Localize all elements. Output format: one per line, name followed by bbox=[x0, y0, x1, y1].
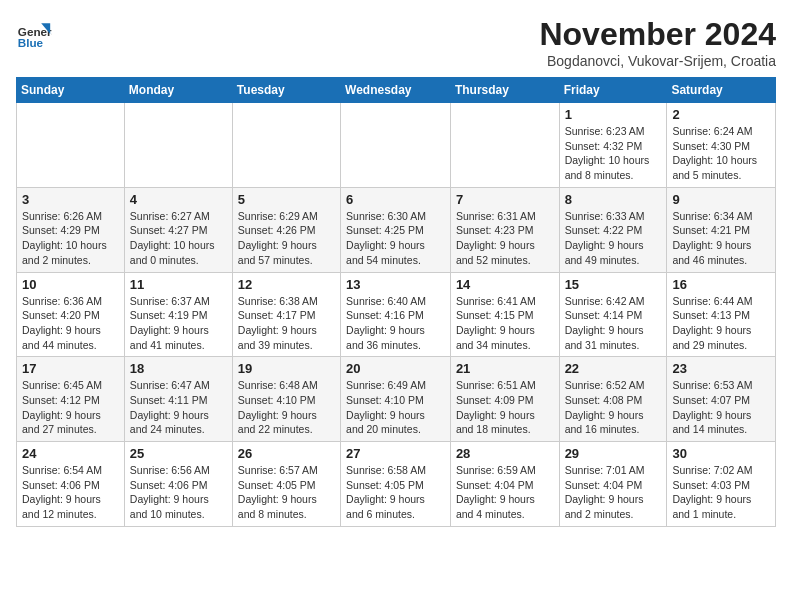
day-info: Sunrise: 6:48 AM Sunset: 4:10 PM Dayligh… bbox=[238, 378, 335, 437]
calendar-cell: 12Sunrise: 6:38 AM Sunset: 4:17 PM Dayli… bbox=[232, 272, 340, 357]
calendar-table: SundayMondayTuesdayWednesdayThursdayFrid… bbox=[16, 77, 776, 527]
calendar-cell bbox=[450, 103, 559, 188]
calendar-week-row: 10Sunrise: 6:36 AM Sunset: 4:20 PM Dayli… bbox=[17, 272, 776, 357]
logo-icon: General Blue bbox=[16, 16, 52, 52]
calendar-cell: 29Sunrise: 7:01 AM Sunset: 4:04 PM Dayli… bbox=[559, 442, 667, 527]
day-number: 30 bbox=[672, 446, 770, 461]
day-number: 16 bbox=[672, 277, 770, 292]
day-number: 14 bbox=[456, 277, 554, 292]
calendar-cell: 1Sunrise: 6:23 AM Sunset: 4:32 PM Daylig… bbox=[559, 103, 667, 188]
calendar-cell: 9Sunrise: 6:34 AM Sunset: 4:21 PM Daylig… bbox=[667, 187, 776, 272]
calendar-cell: 2Sunrise: 6:24 AM Sunset: 4:30 PM Daylig… bbox=[667, 103, 776, 188]
calendar-cell: 13Sunrise: 6:40 AM Sunset: 4:16 PM Dayli… bbox=[341, 272, 451, 357]
calendar-cell: 8Sunrise: 6:33 AM Sunset: 4:22 PM Daylig… bbox=[559, 187, 667, 272]
day-number: 29 bbox=[565, 446, 662, 461]
day-info: Sunrise: 6:59 AM Sunset: 4:04 PM Dayligh… bbox=[456, 463, 554, 522]
weekday-header-friday: Friday bbox=[559, 78, 667, 103]
calendar-cell: 18Sunrise: 6:47 AM Sunset: 4:11 PM Dayli… bbox=[124, 357, 232, 442]
day-info: Sunrise: 6:36 AM Sunset: 4:20 PM Dayligh… bbox=[22, 294, 119, 353]
calendar-cell bbox=[17, 103, 125, 188]
calendar-cell: 16Sunrise: 6:44 AM Sunset: 4:13 PM Dayli… bbox=[667, 272, 776, 357]
calendar-cell: 27Sunrise: 6:58 AM Sunset: 4:05 PM Dayli… bbox=[341, 442, 451, 527]
calendar-cell: 14Sunrise: 6:41 AM Sunset: 4:15 PM Dayli… bbox=[450, 272, 559, 357]
page-header: General Blue November 2024 Bogdanovci, V… bbox=[16, 16, 776, 69]
day-number: 26 bbox=[238, 446, 335, 461]
calendar-cell: 5Sunrise: 6:29 AM Sunset: 4:26 PM Daylig… bbox=[232, 187, 340, 272]
day-info: Sunrise: 6:56 AM Sunset: 4:06 PM Dayligh… bbox=[130, 463, 227, 522]
calendar-cell: 25Sunrise: 6:56 AM Sunset: 4:06 PM Dayli… bbox=[124, 442, 232, 527]
day-info: Sunrise: 6:37 AM Sunset: 4:19 PM Dayligh… bbox=[130, 294, 227, 353]
day-info: Sunrise: 6:52 AM Sunset: 4:08 PM Dayligh… bbox=[565, 378, 662, 437]
location: Bogdanovci, Vukovar-Srijem, Croatia bbox=[539, 53, 776, 69]
day-info: Sunrise: 6:40 AM Sunset: 4:16 PM Dayligh… bbox=[346, 294, 445, 353]
day-number: 28 bbox=[456, 446, 554, 461]
day-info: Sunrise: 6:23 AM Sunset: 4:32 PM Dayligh… bbox=[565, 124, 662, 183]
calendar-cell: 15Sunrise: 6:42 AM Sunset: 4:14 PM Dayli… bbox=[559, 272, 667, 357]
calendar-cell: 21Sunrise: 6:51 AM Sunset: 4:09 PM Dayli… bbox=[450, 357, 559, 442]
calendar-cell: 10Sunrise: 6:36 AM Sunset: 4:20 PM Dayli… bbox=[17, 272, 125, 357]
calendar-cell: 19Sunrise: 6:48 AM Sunset: 4:10 PM Dayli… bbox=[232, 357, 340, 442]
day-info: Sunrise: 6:53 AM Sunset: 4:07 PM Dayligh… bbox=[672, 378, 770, 437]
calendar-cell: 11Sunrise: 6:37 AM Sunset: 4:19 PM Dayli… bbox=[124, 272, 232, 357]
day-number: 7 bbox=[456, 192, 554, 207]
calendar-cell: 17Sunrise: 6:45 AM Sunset: 4:12 PM Dayli… bbox=[17, 357, 125, 442]
day-number: 10 bbox=[22, 277, 119, 292]
day-number: 23 bbox=[672, 361, 770, 376]
day-info: Sunrise: 6:29 AM Sunset: 4:26 PM Dayligh… bbox=[238, 209, 335, 268]
calendar-week-row: 1Sunrise: 6:23 AM Sunset: 4:32 PM Daylig… bbox=[17, 103, 776, 188]
calendar-body: 1Sunrise: 6:23 AM Sunset: 4:32 PM Daylig… bbox=[17, 103, 776, 527]
calendar-cell bbox=[341, 103, 451, 188]
weekday-header-tuesday: Tuesday bbox=[232, 78, 340, 103]
day-info: Sunrise: 6:49 AM Sunset: 4:10 PM Dayligh… bbox=[346, 378, 445, 437]
day-number: 9 bbox=[672, 192, 770, 207]
calendar-week-row: 24Sunrise: 6:54 AM Sunset: 4:06 PM Dayli… bbox=[17, 442, 776, 527]
calendar-cell: 30Sunrise: 7:02 AM Sunset: 4:03 PM Dayli… bbox=[667, 442, 776, 527]
day-number: 25 bbox=[130, 446, 227, 461]
day-info: Sunrise: 6:47 AM Sunset: 4:11 PM Dayligh… bbox=[130, 378, 227, 437]
day-number: 20 bbox=[346, 361, 445, 376]
logo: General Blue bbox=[16, 16, 52, 52]
day-number: 19 bbox=[238, 361, 335, 376]
day-info: Sunrise: 6:57 AM Sunset: 4:05 PM Dayligh… bbox=[238, 463, 335, 522]
day-number: 18 bbox=[130, 361, 227, 376]
weekday-header-thursday: Thursday bbox=[450, 78, 559, 103]
calendar-cell: 20Sunrise: 6:49 AM Sunset: 4:10 PM Dayli… bbox=[341, 357, 451, 442]
weekday-header-saturday: Saturday bbox=[667, 78, 776, 103]
weekday-header-sunday: Sunday bbox=[17, 78, 125, 103]
day-info: Sunrise: 6:30 AM Sunset: 4:25 PM Dayligh… bbox=[346, 209, 445, 268]
title-area: November 2024 Bogdanovci, Vukovar-Srijem… bbox=[539, 16, 776, 69]
day-info: Sunrise: 6:45 AM Sunset: 4:12 PM Dayligh… bbox=[22, 378, 119, 437]
day-number: 6 bbox=[346, 192, 445, 207]
day-number: 21 bbox=[456, 361, 554, 376]
weekday-header-monday: Monday bbox=[124, 78, 232, 103]
calendar-cell: 7Sunrise: 6:31 AM Sunset: 4:23 PM Daylig… bbox=[450, 187, 559, 272]
day-number: 1 bbox=[565, 107, 662, 122]
day-number: 24 bbox=[22, 446, 119, 461]
day-number: 13 bbox=[346, 277, 445, 292]
day-info: Sunrise: 6:27 AM Sunset: 4:27 PM Dayligh… bbox=[130, 209, 227, 268]
calendar-cell: 24Sunrise: 6:54 AM Sunset: 4:06 PM Dayli… bbox=[17, 442, 125, 527]
weekday-header-wednesday: Wednesday bbox=[341, 78, 451, 103]
day-info: Sunrise: 6:42 AM Sunset: 4:14 PM Dayligh… bbox=[565, 294, 662, 353]
day-number: 12 bbox=[238, 277, 335, 292]
day-number: 22 bbox=[565, 361, 662, 376]
calendar-cell: 4Sunrise: 6:27 AM Sunset: 4:27 PM Daylig… bbox=[124, 187, 232, 272]
day-info: Sunrise: 7:01 AM Sunset: 4:04 PM Dayligh… bbox=[565, 463, 662, 522]
day-info: Sunrise: 6:58 AM Sunset: 4:05 PM Dayligh… bbox=[346, 463, 445, 522]
calendar-cell: 22Sunrise: 6:52 AM Sunset: 4:08 PM Dayli… bbox=[559, 357, 667, 442]
calendar-cell: 28Sunrise: 6:59 AM Sunset: 4:04 PM Dayli… bbox=[450, 442, 559, 527]
calendar-cell: 26Sunrise: 6:57 AM Sunset: 4:05 PM Dayli… bbox=[232, 442, 340, 527]
day-info: Sunrise: 6:26 AM Sunset: 4:29 PM Dayligh… bbox=[22, 209, 119, 268]
day-number: 5 bbox=[238, 192, 335, 207]
day-info: Sunrise: 6:38 AM Sunset: 4:17 PM Dayligh… bbox=[238, 294, 335, 353]
day-number: 17 bbox=[22, 361, 119, 376]
day-info: Sunrise: 6:41 AM Sunset: 4:15 PM Dayligh… bbox=[456, 294, 554, 353]
calendar-cell: 3Sunrise: 6:26 AM Sunset: 4:29 PM Daylig… bbox=[17, 187, 125, 272]
day-number: 8 bbox=[565, 192, 662, 207]
calendar-cell: 6Sunrise: 6:30 AM Sunset: 4:25 PM Daylig… bbox=[341, 187, 451, 272]
day-info: Sunrise: 6:33 AM Sunset: 4:22 PM Dayligh… bbox=[565, 209, 662, 268]
day-info: Sunrise: 6:24 AM Sunset: 4:30 PM Dayligh… bbox=[672, 124, 770, 183]
calendar-week-row: 17Sunrise: 6:45 AM Sunset: 4:12 PM Dayli… bbox=[17, 357, 776, 442]
day-info: Sunrise: 6:44 AM Sunset: 4:13 PM Dayligh… bbox=[672, 294, 770, 353]
calendar-header-row: SundayMondayTuesdayWednesdayThursdayFrid… bbox=[17, 78, 776, 103]
